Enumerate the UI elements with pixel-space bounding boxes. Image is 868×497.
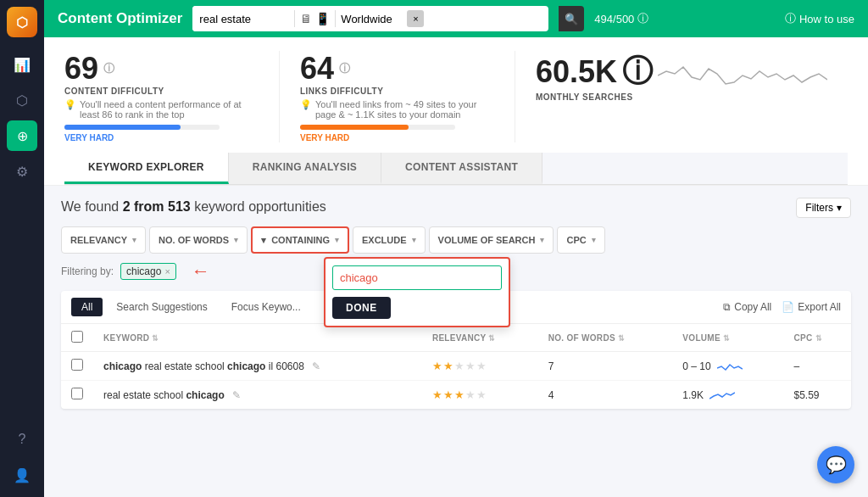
search-bar: 🖥 📱 × [192,6,548,31]
row1-relevancy: ★★★★★ [422,352,538,381]
row2-keyword: real estate school chicago ✎ [93,381,422,410]
row1-volume: 0 – 10 [672,352,783,381]
th-keyword: KEYWORD ⇅ [93,324,422,352]
th-cpc: CPC ⇅ [783,324,851,352]
chicago-filter-tag: chicago × [120,263,176,280]
filters-button[interactable]: Filters ▾ [796,198,851,218]
chat-bubble-btn[interactable]: 💬 [817,446,854,483]
row2-checkbox[interactable] [71,388,83,399]
row1-checkbox[interactable] [71,359,83,371]
volume-caret-icon: ▾ [540,236,544,244]
location-clear-btn[interactable]: × [407,10,424,27]
exclude-caret-icon: ▾ [412,236,416,244]
content-difficulty-fill [64,125,181,130]
optimizer-icon: ⊕ [17,128,28,144]
select-all-checkbox[interactable] [71,331,83,343]
main-content: Content Optimizer 🖥 📱 × 🔍 494/500 ⓘ ⓘ Ho… [44,0,868,497]
app-title: Content Optimizer [58,10,182,27]
user-icon: 👤 [14,467,31,483]
words-filter[interactable]: NO. OF WORDS ▾ [149,226,248,254]
th-volume: VOLUME ⇅ [672,324,783,352]
sidebar-item-user[interactable]: 👤 [7,460,37,490]
arrow-indicator: ← [192,260,210,282]
search-input[interactable] [192,6,294,31]
monthly-searches-label: MONTHLY SEARCHES [536,92,827,102]
containing-filter[interactable]: ▾ CONTAINING ▾ [251,226,349,254]
credits-display: 494/500 ⓘ [594,11,648,26]
words-caret-icon: ▾ [234,236,238,244]
tab-keyword-explorer[interactable]: KEYWORD EXPLORER [64,153,229,184]
mobile-icon[interactable]: 📱 [315,12,330,25]
credits-value: 494/500 [594,13,634,25]
main-tabs: KEYWORD EXPLORER Ranking Analysis Conten… [64,153,848,185]
search-button[interactable]: 🔍 [559,6,584,31]
logo-icon: ⬡ [16,14,28,31]
tab-content-assistant[interactable]: Content Assistant [381,153,542,184]
row2-sparkline [709,390,735,400]
settings-icon: ⚙ [16,164,28,180]
row2-cpc: $5.59 [783,381,851,410]
containing-caret-left: ▾ [261,235,266,246]
help-icon: ? [19,432,26,447]
row1-keyword: chicago real estate school chicago il 60… [93,352,422,381]
content-difficulty-label: CONTENT DIFFICULTY [64,87,259,96]
sidebar-item-optimizer[interactable]: ⊕ [7,120,37,151]
th-relevancy: RELEVANCY ⇅ [422,324,538,352]
sidebar-item-stats[interactable]: 📊 [7,49,37,80]
relevancy-filter[interactable]: RELEVANCY ▾ [61,226,146,254]
copy-all-btn[interactable]: ⧉ Copy All [723,301,771,313]
desktop-icon[interactable]: 🖥 [300,12,312,25]
row2-volume: 1.9K [672,381,783,410]
row1-words: 7 [538,352,673,381]
links-difficulty-number: 64 ⓘ [300,51,494,87]
row2-words: 4 [538,381,673,410]
bulb-icon2: 💡 [300,99,312,110]
export-icon: 📄 [782,301,794,313]
table-actions: ⧉ Copy All 📄 Export All [723,301,841,313]
volume-filter[interactable]: VOLUME OF SEARCH ▾ [429,226,554,254]
found-text: We found 2 from 513 keyword opportunitie… [61,199,851,215]
done-button[interactable]: DONE [332,297,391,319]
header: Content Optimizer 🖥 📱 × 🔍 494/500 ⓘ ⓘ Ho… [44,0,868,37]
row1-cpc: – [783,352,851,381]
how-to-use-icon: ⓘ [785,11,796,26]
row1-edit-icon[interactable]: ✎ [312,360,320,372]
links-difficulty-info[interactable]: ⓘ [339,61,350,76]
search-icon: 🔍 [565,13,578,25]
table-tab-focus-keywords[interactable]: Focus Keywo... [221,298,311,316]
bulb-icon: 💡 [64,99,76,110]
exclude-filter[interactable]: EXCLUDE ▾ [353,226,426,254]
cpc-sort-icon[interactable]: ⇅ [815,334,822,343]
row2-edit-icon[interactable]: ✎ [232,389,241,401]
containing-input[interactable] [332,265,502,290]
how-to-use-btn[interactable]: ⓘ How to use [785,11,854,26]
sidebar-item-settings[interactable]: ⚙ [7,156,37,187]
monthly-searches-info[interactable]: ⓘ [622,51,653,92]
content-difficulty-number: 69 ⓘ [64,51,259,87]
words-sort-icon[interactable]: ⇅ [618,334,625,343]
filters-caret-icon: ▾ [837,202,842,214]
row2-relevancy: ★★★★★ [422,381,538,410]
sidebar: ⬡ 📊 ⬡ ⊕ ⚙ ? 👤 [0,0,44,497]
volume-sort-icon[interactable]: ⇅ [723,334,730,343]
export-all-btn[interactable]: 📄 Export All [782,301,841,313]
how-to-use-label: How to use [799,13,854,25]
table-tab-search-suggestions[interactable]: Search Suggestions [106,298,217,316]
content-difficulty-info[interactable]: ⓘ [103,61,114,76]
table-tab-all[interactable]: All [71,298,103,316]
keyword-sort-icon[interactable]: ⇅ [152,334,159,343]
cpc-filter[interactable]: CPC ▾ [557,226,604,254]
tab-ranking-analysis[interactable]: Ranking Analysis [229,153,381,184]
location-input[interactable] [336,13,403,25]
app-logo[interactable]: ⬡ [7,7,37,37]
stats-section: 69 ⓘ CONTENT DIFFICULTY 💡 You'll need a … [44,37,868,186]
device-icons: 🖥 📱 [295,12,335,25]
remove-chicago-tag-btn[interactable]: × [164,266,170,276]
sidebar-item-help[interactable]: ? [7,424,37,455]
keywords-table: KEYWORD ⇅ RELEVANCY ⇅ NO. OF WORDS ⇅ V [61,324,851,409]
table-row: real estate school chicago ✎ ★★★★★ 4 1.9… [61,381,851,410]
sidebar-item-network[interactable]: ⬡ [7,85,37,115]
relevancy-sort-icon[interactable]: ⇅ [488,334,495,343]
filter-bar: RELEVANCY ▾ NO. OF WORDS ▾ ▾ CONTAINING … [61,226,851,254]
monthly-searches-block: 60.5K ⓘ MONTHLY SEARCHES [536,51,848,142]
